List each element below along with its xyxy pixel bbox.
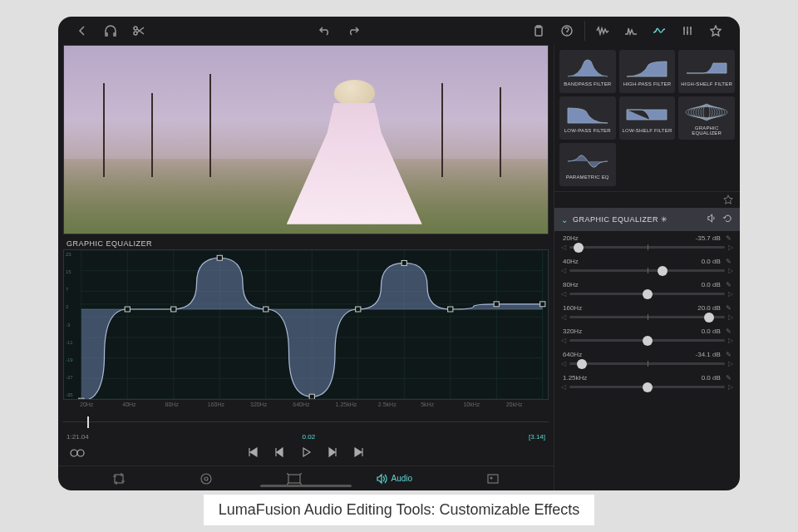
eq-band-0: 20Hz -35.7 dB ✎ ◁ ▷ — [561, 231, 733, 254]
wave2-icon[interactable] — [620, 20, 642, 42]
filter-highshelf[interactable]: HIGH-SHELF FILTER — [678, 50, 735, 93]
band-gain: -35.7 dB ✎ — [696, 234, 732, 242]
time-current: 1:21.04 — [66, 433, 89, 441]
svg-rect-32 — [356, 307, 361, 312]
undo-icon[interactable] — [314, 20, 336, 42]
sliders-icon[interactable] — [677, 20, 698, 42]
loop-button[interactable] — [70, 446, 85, 461]
scissors-icon[interactable] — [128, 20, 150, 42]
band-slider[interactable] — [569, 293, 725, 295]
video-preview[interactable] — [63, 45, 549, 234]
band-gain: 0.0 dB ✎ — [702, 374, 732, 382]
dec-button[interactable]: ◁ — [561, 290, 566, 298]
dec-button[interactable]: ◁ — [561, 267, 566, 274]
svg-rect-28 — [171, 307, 176, 312]
slider-thumb[interactable] — [574, 243, 584, 253]
wave1-icon[interactable] — [592, 20, 613, 42]
inc-button[interactable]: ▷ — [728, 337, 733, 344]
eq-band-2: 80Hz 0.0 dB ✎ ◁ ▷ — [561, 278, 733, 301]
slider-thumb[interactable] — [643, 336, 653, 346]
filter-grid: BANDPASS FILTERHIGH-PASS FILTERHIGH-SHEL… — [554, 45, 740, 191]
chevron-down-icon[interactable]: ⌄ — [561, 215, 568, 224]
svg-rect-27 — [125, 307, 130, 312]
tab-audio[interactable]: Audio — [376, 473, 412, 485]
inc-button[interactable]: ▷ — [728, 360, 733, 367]
tab-info[interactable] — [486, 473, 500, 485]
svg-point-41 — [204, 477, 208, 480]
band-slider[interactable] — [569, 316, 725, 318]
band-slider[interactable] — [569, 246, 725, 249]
filter-bandpass[interactable]: BANDPASS FILTER — [559, 50, 616, 93]
svg-rect-34 — [448, 307, 453, 312]
eq-curve-icon[interactable] — [648, 20, 670, 42]
star-outline-icon[interactable] — [723, 193, 733, 208]
svg-rect-42 — [288, 475, 300, 483]
band-slider[interactable] — [569, 339, 725, 342]
band-freq: 640Hz — [563, 351, 582, 358]
band-freq: 320Hz — [563, 328, 582, 335]
band-freq: 20Hz — [563, 234, 579, 242]
inc-button[interactable]: ▷ — [728, 290, 733, 298]
reset-icon[interactable] — [722, 212, 733, 227]
dec-button[interactable]: ◁ — [561, 383, 566, 391]
filter-highpass[interactable]: HIGH-PASS FILTER — [619, 50, 676, 93]
filter-lowpass[interactable]: LOW-PASS FILTER — [559, 96, 616, 140]
filter-parametric[interactable]: PARAMETRIC EQ — [559, 143, 616, 186]
step-back-button[interactable] — [273, 446, 285, 461]
inc-button[interactable]: ▷ — [728, 267, 733, 274]
svg-point-52 — [686, 107, 727, 118]
transport-controls — [58, 442, 554, 466]
band-slider[interactable] — [569, 362, 725, 365]
dec-button[interactable]: ◁ — [561, 244, 566, 251]
svg-rect-30 — [264, 307, 268, 312]
back-icon[interactable] — [71, 20, 93, 42]
speaker-icon[interactable] — [707, 212, 717, 227]
band-freq: 160Hz — [563, 304, 582, 312]
filter-lowshelf[interactable]: LOW-SHELF FILTER — [619, 96, 676, 140]
band-freq: 80Hz — [563, 281, 579, 288]
inc-button[interactable]: ▷ — [728, 383, 733, 391]
dec-button[interactable]: ◁ — [561, 360, 566, 367]
help-icon[interactable] — [556, 20, 578, 42]
tab-frame[interactable] — [287, 473, 302, 485]
svg-rect-35 — [494, 302, 499, 307]
redo-icon[interactable] — [342, 20, 364, 42]
app-window: GRAPHIC EQUALIZER 231572-3-11-19-27-35 2… — [58, 17, 740, 490]
star-icon[interactable] — [705, 20, 727, 42]
inc-button[interactable]: ▷ — [728, 244, 733, 251]
clipboard-icon[interactable] — [528, 20, 549, 42]
slider-thumb[interactable] — [704, 313, 714, 323]
band-gain: 0.0 dB ✎ — [702, 258, 732, 265]
band-slider[interactable] — [569, 269, 725, 272]
step-fwd-button[interactable] — [327, 446, 338, 461]
play-button[interactable] — [300, 446, 312, 461]
eq-band-4: 320Hz 0.0 dB ✎ ◁ ▷ — [561, 324, 733, 347]
home-indicator — [260, 485, 352, 487]
skip-fwd-button[interactable] — [353, 446, 365, 461]
slider-thumb[interactable] — [658, 266, 667, 276]
effect-header: ⌄ GRAPHIC EQUALIZER ✳ — [554, 208, 740, 231]
effects-panel: BANDPASS FILTERHIGH-PASS FILTERHIGH-SHEL… — [554, 45, 740, 490]
tab-crop[interactable] — [112, 472, 126, 485]
playhead[interactable] — [87, 416, 89, 428]
effect-title: GRAPHIC EQUALIZER ✳ — [573, 215, 702, 224]
slider-thumb[interactable] — [643, 382, 653, 392]
slider-thumb[interactable] — [577, 359, 587, 369]
headphones-icon[interactable] — [100, 20, 121, 42]
eq-band-3: 160Hz 20.0 dB ✎ ◁ ▷ — [561, 301, 733, 324]
dec-button[interactable]: ◁ — [561, 313, 566, 321]
timeline-scrubber[interactable] — [63, 415, 549, 431]
time-display: 1:21.04 0.02 [3.14] — [58, 431, 554, 442]
top-toolbar — [58, 17, 740, 45]
skip-back-button[interactable] — [247, 446, 259, 461]
tab-color[interactable] — [200, 472, 213, 485]
filter-graphiceq[interactable]: GRAPHIC EQUALIZER — [678, 96, 735, 140]
dec-button[interactable]: ◁ — [561, 337, 566, 344]
svg-point-37 — [71, 450, 77, 456]
inc-button[interactable]: ▷ — [728, 313, 733, 321]
svg-point-0 — [134, 27, 137, 30]
band-gain: -34.1 dB ✎ — [696, 351, 732, 358]
slider-thumb[interactable] — [643, 289, 653, 299]
band-slider[interactable] — [569, 386, 725, 388]
eq-chart[interactable]: 231572-3-11-19-27-35 — [63, 249, 549, 400]
